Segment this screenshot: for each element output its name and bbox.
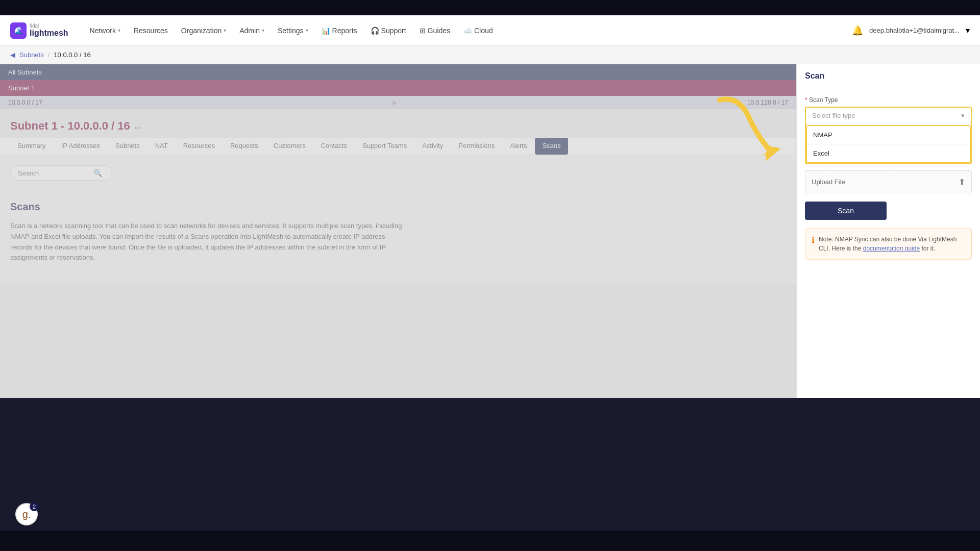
scans-heading: Scans <box>10 201 786 213</box>
tab-customers[interactable]: Customers <box>266 138 313 155</box>
subnet-options-dots[interactable]: ... <box>134 121 141 131</box>
tab-requests[interactable]: Requests <box>223 138 265 155</box>
breadcrumb-current: 10.0.0.0 / 16 <box>54 51 90 59</box>
logo-tidal: tidal <box>30 23 68 29</box>
cloud-icon: ☁️ <box>463 27 472 35</box>
left-panel: All Subnets Subnet 1 10.0.0.0 / 17 ▶ 10.… <box>0 64 796 398</box>
scan-type-label: * Scan Type <box>805 96 972 104</box>
header: 🌊 tidal lightmesh Network ▾ Resources Or… <box>0 15 980 46</box>
subnet-child-row[interactable]: 10.0.0.0 / 17 ▶ 10.0.128.0 / 17 <box>0 96 796 109</box>
logo-text: tidal lightmesh <box>30 23 68 38</box>
dropdown-item-excel[interactable]: Excel <box>807 144 970 162</box>
tab-scans[interactable]: Scans <box>535 138 568 155</box>
logo-lightmesh: lightmesh <box>30 29 68 38</box>
upload-label: Upload File <box>812 178 845 186</box>
subnet-tree: All Subnets Subnet 1 10.0.0.0 / 17 ▶ 10.… <box>0 64 796 109</box>
nav-items: Network ▾ Resources Organization ▾ Admin… <box>84 23 852 38</box>
logo[interactable]: 🌊 tidal lightmesh <box>10 22 68 39</box>
tab-permissions[interactable]: Permissions <box>451 138 502 155</box>
chevron-down-icon: ▾ <box>262 28 264 33</box>
app-wrapper: 🌊 tidal lightmesh Network ▾ Resources Or… <box>0 15 980 398</box>
nav-reports[interactable]: 📊 Reports <box>315 23 363 38</box>
select-chevron-icon: ▾ <box>961 112 965 119</box>
search-input[interactable] <box>18 169 89 177</box>
breadcrumb-back[interactable]: ◀ <box>10 51 15 59</box>
tabs: Summary IP Addresses Subnets NAT Resourc… <box>0 138 796 155</box>
tab-resources[interactable]: Resources <box>176 138 222 155</box>
breadcrumb-subnets[interactable]: Subnets <box>19 51 44 59</box>
dropdown-list: NMAP Excel <box>806 125 971 163</box>
content-area: 🔍 Scans Scan is a network scanning tool … <box>0 155 796 284</box>
main-content: All Subnets Subnet 1 10.0.0.0 / 17 ▶ 10.… <box>0 64 980 398</box>
subnet-title-area: Subnet 1 - 10.0.0.0 / 16 ... <box>0 109 796 138</box>
nav-cloud[interactable]: ☁️ Cloud <box>457 23 499 38</box>
search-icon: 🔍 <box>93 169 102 177</box>
logo-icon: 🌊 <box>10 22 27 39</box>
note-text: Note: NMAP Sync can also be done Via Lig… <box>819 235 965 253</box>
required-star: * <box>805 96 809 104</box>
documentation-link[interactable]: documentation guide <box>863 245 920 252</box>
bell-icon[interactable]: 🔔 <box>852 25 863 36</box>
nav-support[interactable]: 🎧 Support <box>364 23 412 38</box>
nav-right: 🔔 deep.bhalotia+1@tidalmigrat... ▾ <box>852 25 970 36</box>
scan-form: * Scan Type Select file type ▾ NMAP Exce… <box>797 88 980 398</box>
tab-support-teams[interactable]: Support Teams <box>355 138 414 155</box>
subnet-title: Subnet 1 - 10.0.0.0 / 16 ... <box>10 119 786 133</box>
subnet-divider-icon: ▶ <box>393 99 397 106</box>
top-bar <box>0 0 980 15</box>
tab-nat[interactable]: NAT <box>148 138 175 155</box>
dropdown-item-nmap[interactable]: NMAP <box>807 126 970 144</box>
scan-type-select-wrapper: Select file type ▾ NMAP Excel <box>805 107 972 164</box>
nav-resources[interactable]: Resources <box>128 23 174 38</box>
right-panel: Scan * Scan Type Select file type ▾ NMAP <box>796 64 980 398</box>
scans-description: Scan is a network scanning tool that can… <box>10 221 408 263</box>
search-bar: 🔍 <box>10 165 112 181</box>
subnet-1-row[interactable]: Subnet 1 <box>0 80 796 96</box>
nav-admin[interactable]: Admin ▾ <box>233 23 271 38</box>
tab-summary[interactable]: Summary <box>10 138 53 155</box>
upload-icon[interactable]: ⬆ <box>959 177 965 187</box>
user-name[interactable]: deep.bhalotia+1@tidalmigrat... <box>869 27 960 34</box>
info-icon: ℹ <box>812 235 815 245</box>
scan-button[interactable]: Scan <box>805 202 887 220</box>
bar-chart-icon: 📊 <box>322 27 330 35</box>
chevron-down-icon: ▾ <box>306 28 308 33</box>
chevron-down-icon: ▾ <box>224 28 226 33</box>
breadcrumb: ◀ Subnets / 10.0.0.0 / 16 <box>0 46 980 64</box>
nav-organization[interactable]: Organization ▾ <box>175 23 232 38</box>
tab-activity[interactable]: Activity <box>415 138 450 155</box>
tab-subnets[interactable]: Subnets <box>108 138 147 155</box>
upload-area: Upload File ⬆ <box>805 170 972 193</box>
chevron-down-icon: ▾ <box>118 28 120 33</box>
breadcrumb-separator: / <box>48 51 50 59</box>
scan-type-dropdown[interactable]: Select file type ▾ NMAP Excel <box>805 107 972 164</box>
select-placeholder: Select file type <box>812 112 855 119</box>
user-chevron-icon[interactable]: ▾ <box>966 26 970 35</box>
grid-icon: ⊞ <box>420 27 426 35</box>
nav-guides[interactable]: ⊞ Guides <box>413 23 456 38</box>
scan-panel-title: Scan <box>797 64 980 88</box>
scans-empty-state: Scans Scan is a network scanning tool th… <box>10 191 786 273</box>
nav-network[interactable]: Network ▾ <box>84 23 127 38</box>
tab-alerts[interactable]: Alerts <box>503 138 534 155</box>
note-area: ℹ Note: NMAP Sync can also be done Via L… <box>805 228 972 260</box>
support-icon: 🎧 <box>371 27 379 35</box>
nav-settings[interactable]: Settings ▾ <box>272 23 314 38</box>
subnet-all-row[interactable]: All Subnets <box>0 64 796 80</box>
tab-contacts[interactable]: Contacts <box>314 138 354 155</box>
tab-ip-addresses[interactable]: IP Addresses <box>54 138 107 155</box>
